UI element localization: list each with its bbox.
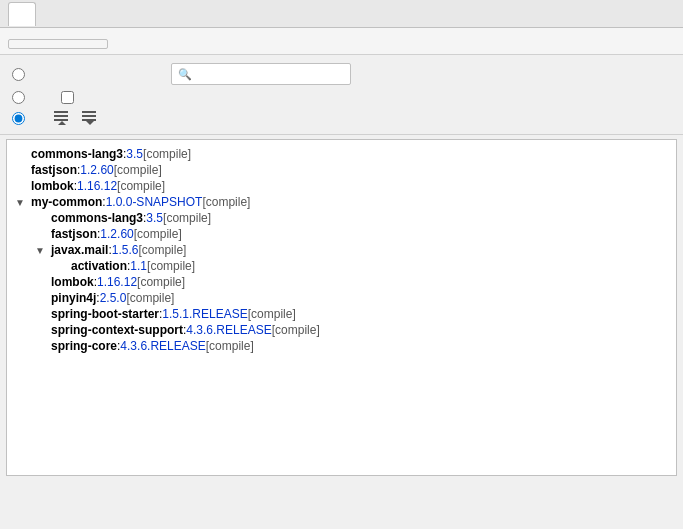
dep-item[interactable]: spring-boot-starter : 1.5.1.RELEASE [com… xyxy=(7,306,676,322)
toolbar xyxy=(0,28,683,55)
dep-name: javax.mail xyxy=(51,243,108,257)
dep-version: 3.5 xyxy=(126,147,143,161)
conflicts-radio[interactable] xyxy=(12,68,25,81)
dep-scope: [compile] xyxy=(134,227,182,241)
dep-item[interactable]: commons-lang3 : 3.5 [compile] xyxy=(7,210,676,226)
dep-item[interactable]: ▼ javax.mail : 1.5.6 [compile] xyxy=(7,242,676,258)
my-task-tab[interactable] xyxy=(8,2,36,26)
conflicts-radio-item xyxy=(12,68,31,81)
dep-item[interactable]: lombok : 1.16.12 [compile] xyxy=(7,274,676,290)
svg-rect-2 xyxy=(54,119,68,121)
dep-item[interactable]: spring-context-support : 4.3.6.RELEASE [… xyxy=(7,322,676,338)
all-deps-list-row xyxy=(12,91,671,104)
dep-name: activation xyxy=(71,259,127,273)
dep-scope: [compile] xyxy=(143,147,191,161)
dep-version: 1.5.1.RELEASE xyxy=(162,307,247,321)
all-deps-tree-radio-item xyxy=(12,112,31,125)
dependency-panel[interactable]: commons-lang3 : 3.5 [compile] fastjson :… xyxy=(6,139,677,476)
dep-scope: [compile] xyxy=(248,307,296,321)
svg-marker-7 xyxy=(86,121,94,125)
dep-scope: [compile] xyxy=(206,339,254,353)
dep-version: 1.16.12 xyxy=(97,275,137,289)
dep-version: 1.2.60 xyxy=(100,227,133,241)
dep-scope: [compile] xyxy=(117,179,165,193)
dep-scope: [compile] xyxy=(114,163,162,177)
dep-scope: [compile] xyxy=(163,211,211,225)
options-panel: 🔍 xyxy=(0,55,683,135)
svg-rect-0 xyxy=(54,111,68,113)
svg-rect-5 xyxy=(82,115,96,117)
dep-name: pinyin4j xyxy=(51,291,96,305)
expand-all-icon xyxy=(53,110,71,126)
tree-toggle[interactable]: ▼ xyxy=(35,245,49,256)
svg-rect-6 xyxy=(82,119,96,121)
dep-name: commons-lang3 xyxy=(51,211,143,225)
dep-name: lombok xyxy=(31,179,74,193)
tab-bar xyxy=(0,0,683,28)
dep-scope: [compile] xyxy=(272,323,320,337)
all-deps-list-radio[interactable] xyxy=(12,91,25,104)
dep-scope: [compile] xyxy=(126,291,174,305)
dep-version: 1.5.6 xyxy=(112,243,139,257)
all-deps-tree-row xyxy=(12,110,671,126)
dep-scope: [compile] xyxy=(138,243,186,257)
collapse-all-button[interactable] xyxy=(79,110,101,126)
svg-marker-3 xyxy=(58,121,66,125)
dep-scope: [compile] xyxy=(202,195,250,209)
dep-name: spring-core xyxy=(51,339,117,353)
show-groupid-row xyxy=(61,91,80,104)
dep-name: fastjson xyxy=(51,227,97,241)
expand-all-button[interactable] xyxy=(51,110,73,126)
search-input[interactable] xyxy=(196,67,344,81)
all-deps-tree-radio[interactable] xyxy=(12,112,25,125)
dep-version: 4.3.6.RELEASE xyxy=(120,339,205,353)
dep-scope: [compile] xyxy=(147,259,195,273)
dep-scope: [compile] xyxy=(137,275,185,289)
dep-item[interactable]: ▼ my-common : 1.0.0-SNAPSHOT [compile] xyxy=(7,194,676,210)
dep-name: my-common xyxy=(31,195,102,209)
refresh-button[interactable] xyxy=(8,39,108,49)
dep-item[interactable]: lombok : 1.16.12 [compile] xyxy=(7,178,676,194)
dep-version: 1.2.60 xyxy=(80,163,113,177)
show-groupid-checkbox[interactable] xyxy=(61,91,74,104)
dep-item[interactable]: pinyin4j : 2.5.0 [compile] xyxy=(7,290,676,306)
search-box[interactable]: 🔍 xyxy=(171,63,351,85)
dep-name: spring-boot-starter xyxy=(51,307,159,321)
dep-version: 1.1 xyxy=(130,259,147,273)
dep-version: 1.0.0-SNAPSHOT xyxy=(106,195,203,209)
dep-item[interactable]: fastjson : 1.2.60 [compile] xyxy=(7,162,676,178)
dep-name: lombok xyxy=(51,275,94,289)
dep-name: commons-lang3 xyxy=(31,147,123,161)
all-deps-list-radio-item xyxy=(12,91,31,104)
dep-item[interactable]: fastjson : 1.2.60 [compile] xyxy=(7,226,676,242)
dep-name: fastjson xyxy=(31,163,77,177)
tree-toggle[interactable]: ▼ xyxy=(15,197,29,208)
dep-version: 1.16.12 xyxy=(77,179,117,193)
dep-item[interactable]: activation : 1.1 [compile] xyxy=(7,258,676,274)
dep-item[interactable]: commons-lang3 : 3.5 [compile] xyxy=(7,146,676,162)
dep-version: 2.5.0 xyxy=(100,291,127,305)
collapse-all-icon xyxy=(81,110,99,126)
dep-item[interactable]: spring-core : 4.3.6.RELEASE [compile] xyxy=(7,338,676,354)
tree-controls xyxy=(51,110,101,126)
svg-rect-1 xyxy=(54,115,68,117)
dep-version: 4.3.6.RELEASE xyxy=(186,323,271,337)
search-icon: 🔍 xyxy=(178,68,192,81)
svg-rect-4 xyxy=(82,111,96,113)
dep-name: spring-context-support xyxy=(51,323,183,337)
dependency-list: commons-lang3 : 3.5 [compile] fastjson :… xyxy=(7,140,676,360)
dep-version: 3.5 xyxy=(146,211,163,225)
conflicts-row: 🔍 xyxy=(12,63,671,85)
